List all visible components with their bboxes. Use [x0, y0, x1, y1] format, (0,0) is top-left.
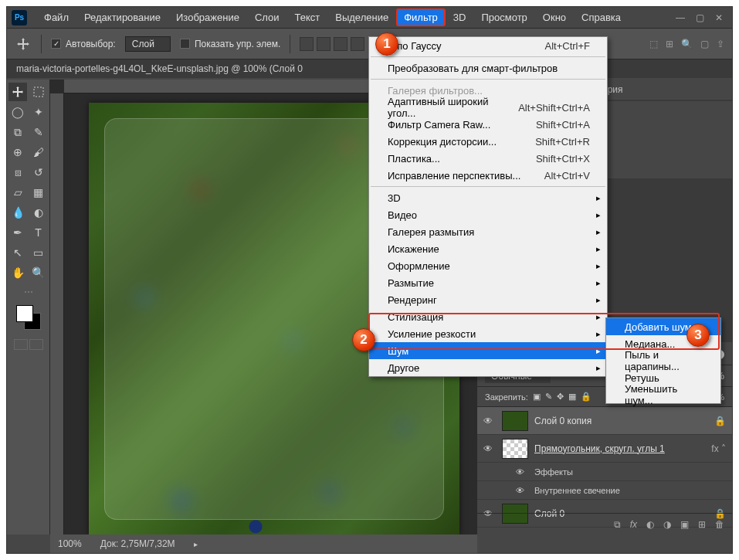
arrange-grid-icon[interactable]: ⊞ — [666, 39, 673, 49]
filter-blur[interactable]: Размытие — [369, 274, 607, 291]
filter-blur-gallery[interactable]: Галерея размытия — [369, 223, 607, 240]
heal-tool[interactable]: ⊕ — [8, 143, 27, 161]
gradient-tool[interactable]: ▦ — [29, 183, 48, 202]
callout-1: 1 — [375, 32, 398, 56]
lock-artboard-icon[interactable]: ▦ — [568, 392, 576, 402]
search-icon[interactable]: 🔍 — [681, 39, 693, 49]
blur-tool[interactable]: 💧 — [8, 203, 27, 222]
lock-brush-icon[interactable]: ✎ — [545, 392, 552, 402]
lock-label: Закрепить: — [485, 392, 528, 402]
marquee-tool[interactable] — [29, 83, 48, 101]
filter-noise[interactable]: Шум — [369, 342, 607, 359]
pen-tool[interactable]: ✒ — [8, 223, 27, 242]
filter-cameraraw[interactable]: Фильтр Camera Raw...Shift+Ctrl+A — [369, 116, 607, 133]
menu-filter[interactable]: Фильтр — [396, 8, 446, 26]
filter-liquify[interactable]: Пластика...Shift+Ctrl+X — [369, 150, 607, 167]
close-icon[interactable]: ✕ — [715, 12, 723, 23]
color-swatches[interactable] — [16, 305, 41, 330]
menu-type[interactable]: Текст — [287, 8, 328, 26]
filter-video[interactable]: Видео — [369, 206, 607, 223]
layer-effect-inner-glow[interactable]: 👁Внутреннее свечение — [477, 481, 732, 500]
eyedropper-tool[interactable]: ✎ — [29, 123, 48, 141]
filter-vanish[interactable]: Исправление перспективы...Alt+Ctrl+V — [369, 167, 607, 184]
lasso-tool[interactable]: ◯ — [8, 103, 27, 121]
noise-reduce[interactable]: Уменьшить шум... — [606, 386, 720, 403]
filter-render[interactable]: Рендеринг — [369, 291, 607, 308]
filter-dropdown: Р по ГауссуAlt+Ctrl+F Преобразовать для … — [368, 36, 608, 377]
show-controls-label: Показать упр. элем. — [195, 39, 280, 49]
shape-tool[interactable]: ▭ — [29, 243, 48, 262]
delete-layer-icon[interactable]: 🗑 — [715, 519, 724, 530]
menu-help[interactable]: Справка — [574, 8, 629, 26]
menu-edit[interactable]: Редактирование — [76, 8, 168, 26]
group-icon[interactable]: ▣ — [680, 519, 689, 530]
fg-color-swatch[interactable] — [16, 305, 33, 322]
dodge-tool[interactable]: ◐ — [29, 203, 48, 222]
visibility-icon[interactable]: 👁 — [483, 416, 496, 426]
crop-tool[interactable]: ⧉ — [8, 123, 27, 141]
menu-select[interactable]: Выделение — [327, 8, 396, 26]
app-window: Ps Файл Редактирование Изображение Слои … — [6, 6, 733, 554]
layer-name[interactable]: Прямоугольник, скругл. углы 1 — [534, 443, 665, 454]
window-controls: — ▢ ✕ — [676, 12, 727, 23]
type-tool[interactable]: T — [29, 223, 48, 242]
stamp-tool[interactable]: ⧇ — [8, 163, 27, 182]
filter-other[interactable]: Другое — [369, 359, 607, 376]
path-tool[interactable]: ↖ — [8, 243, 27, 262]
menu-view[interactable]: Просмотр — [473, 8, 534, 26]
filter-last[interactable]: Р по ГауссуAlt+Ctrl+F — [369, 37, 607, 54]
visibility-icon[interactable]: 👁 — [483, 443, 496, 454]
show-controls-checkbox[interactable]: Показать упр. элем. — [180, 39, 280, 49]
lock-move-icon[interactable]: ✥ — [557, 392, 564, 402]
zoom-level[interactable]: 100% — [58, 538, 82, 549]
layer-row[interactable]: 👁 Прямоугольник, скругл. углы 1 fx ˄ — [477, 435, 732, 463]
menu-layer[interactable]: Слои — [247, 8, 287, 26]
filter-pixelate[interactable]: Оформление — [369, 257, 607, 274]
filter-distort[interactable]: Искажение — [369, 240, 607, 257]
layer-effects-row[interactable]: 👁Эффекты — [477, 463, 732, 481]
autoselect-mode-select[interactable]: Слой — [125, 36, 171, 52]
adjustment-icon[interactable]: ◑ — [663, 519, 671, 530]
status-bar: 100% Док: 2,75M/7,32M ▸ — [50, 535, 477, 553]
share-icon[interactable]: ⇪ — [717, 39, 724, 49]
tool-more-icon[interactable]: ⋯ — [24, 287, 33, 297]
filter-stylize[interactable]: Стилизация — [369, 308, 607, 325]
move-tool[interactable] — [8, 83, 27, 101]
eraser-tool[interactable]: ▱ — [8, 183, 27, 202]
gpu-icon[interactable]: ▢ — [700, 39, 709, 49]
menu-3d[interactable]: 3D — [446, 8, 474, 26]
lock-all-icon[interactable]: 🔒 — [581, 392, 592, 402]
filter-wideangle[interactable]: Адаптивный широкий угол...Alt+Shift+Ctrl… — [369, 99, 607, 116]
fx-button-icon[interactable]: fx — [630, 519, 637, 530]
autoselect-checkbox[interactable]: ✓ Автовыбор: — [51, 39, 116, 49]
filter-lens[interactable]: Коррекция дисторсии...Shift+Ctrl+R — [369, 133, 607, 150]
menu-image[interactable]: Изображение — [168, 8, 247, 26]
mask-icon[interactable]: ◐ — [646, 519, 654, 530]
doc-info[interactable]: Док: 2,75M/7,32M — [100, 538, 175, 549]
link-layers-icon[interactable]: ⧉ — [614, 519, 621, 530]
filter-sharpen[interactable]: Усиление резкости — [369, 325, 607, 342]
layer-name[interactable]: Слой 0 копия — [534, 416, 592, 426]
filter-3d[interactable]: 3D — [369, 189, 607, 206]
wand-tool[interactable]: ✦ — [29, 103, 48, 121]
minimize-icon[interactable]: — — [676, 12, 685, 23]
mask-mode-toggle[interactable] — [14, 339, 43, 350]
lock-icon[interactable]: 🔒 — [714, 416, 726, 426]
menu-window[interactable]: Окно — [535, 8, 574, 26]
layer-row[interactable]: 👁 Слой 0 копия 🔒 — [477, 407, 732, 435]
arrange-3d-icon[interactable]: ⬚ — [649, 39, 658, 49]
history-brush-tool[interactable]: ↺ — [29, 163, 48, 182]
menu-file[interactable]: Файл — [36, 8, 76, 26]
maximize-icon[interactable]: ▢ — [696, 12, 704, 23]
align-buttons[interactable] — [300, 37, 364, 51]
zoom-tool[interactable]: 🔍 — [29, 263, 48, 282]
fx-icon[interactable]: fx ˄ — [711, 443, 726, 454]
brush-tool[interactable]: 🖌 — [29, 143, 48, 161]
svg-rect-0 — [34, 87, 43, 97]
hand-tool[interactable]: ✋ — [8, 263, 27, 282]
noise-dust[interactable]: Пыль и царапины... — [606, 352, 720, 369]
lock-image-icon[interactable]: ▣ — [533, 392, 541, 402]
layers-footer: ⧉ fx ◐ ◑ ▣ ⊞ 🗑 — [477, 513, 732, 535]
new-layer-icon[interactable]: ⊞ — [698, 519, 706, 530]
filter-smart[interactable]: Преобразовать для смарт-фильтров — [369, 59, 607, 76]
